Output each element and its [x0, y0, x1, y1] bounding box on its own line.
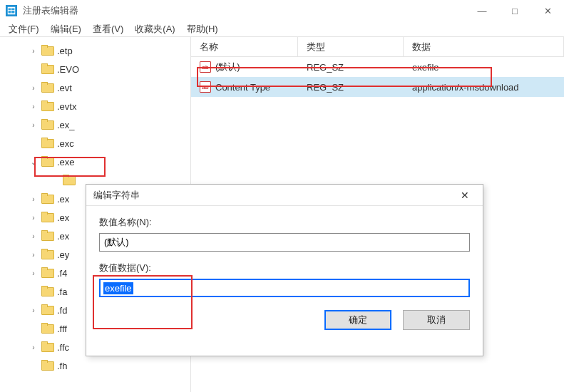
folder-icon [63, 175, 76, 186]
chevron-right-icon[interactable]: › [29, 84, 39, 92]
tree-item-label: .fa [57, 287, 67, 297]
tree-item-label: .ex [57, 194, 69, 205]
value-name-field[interactable]: (默认) [99, 233, 470, 252]
tree-item[interactable]: ›.ex_ [0, 115, 190, 134]
col-name[interactable]: 名称 [191, 37, 298, 56]
string-value-icon: ab [200, 61, 211, 73]
folder-icon [41, 45, 54, 56]
menu-help[interactable]: 帮助(H) [181, 21, 224, 36]
minimize-button[interactable]: — [466, 0, 498, 21]
tree-item[interactable]: ›.etp [0, 41, 190, 60]
menu-bar: 文件(F) 编辑(E) 查看(V) 收藏夹(A) 帮助(H) [0, 21, 564, 37]
tree-item-label: .fff [57, 324, 67, 334]
tree-item[interactable]: ›.evt [0, 78, 190, 97]
dialog-title-bar[interactable]: 编辑字符串 ✕ [86, 185, 483, 206]
tree-item-label: .fh [57, 361, 67, 371]
folder-icon [41, 119, 54, 130]
title-bar: 注册表编辑器 — □ ✕ [0, 0, 564, 21]
folder-icon [41, 304, 54, 316]
value-type: REG_SZ [298, 82, 404, 93]
tree-item[interactable]: ›.evtx [0, 97, 190, 115]
tree-item-label: .exc [57, 138, 74, 149]
tree-item-label: .evt [57, 83, 72, 93]
tree-item-label: .ffc [57, 342, 69, 353]
chevron-right-icon[interactable]: › [29, 121, 39, 129]
dialog-title: 编辑字符串 [93, 189, 454, 202]
chevron-right-icon[interactable]: › [29, 232, 39, 240]
folder-icon [41, 138, 54, 149]
tree-item-label: .fd [57, 305, 67, 316]
app-icon [6, 5, 17, 16]
tree-item-label: .evtx [57, 101, 76, 112]
folder-icon [41, 63, 54, 75]
value-data: application/x-msdownload [404, 82, 564, 93]
tree-item[interactable]: .fh [0, 356, 190, 375]
chevron-right-icon[interactable]: › [29, 214, 39, 222]
edit-string-dialog: 编辑字符串 ✕ 数值名称(N): (默认) 数值数据(V): exefile 确… [86, 184, 483, 356]
ok-button[interactable]: 确定 [324, 310, 391, 330]
col-type[interactable]: 类型 [298, 37, 404, 56]
window-title: 注册表编辑器 [23, 4, 466, 17]
tree-item-label: .ex_ [57, 120, 75, 130]
folder-icon [41, 230, 54, 242]
tree-item-label: .exe [57, 157, 75, 167]
menu-view[interactable]: 查看(V) [87, 21, 129, 36]
folder-icon [41, 156, 54, 167]
svg-rect-1 [9, 9, 11, 11]
chevron-right-icon[interactable]: › [29, 103, 39, 110]
close-button[interactable]: ✕ [531, 0, 564, 21]
chevron-right-icon[interactable]: › [29, 251, 39, 259]
value-data: exefile [404, 62, 564, 73]
dialog-close-button[interactable]: ✕ [454, 190, 476, 201]
col-data[interactable]: 数据 [404, 37, 564, 56]
folder-icon [41, 267, 54, 279]
tree-item-label: .ex [57, 231, 69, 242]
chevron-right-icon[interactable]: › [29, 306, 39, 314]
tree-item-label: .ex [57, 212, 69, 223]
table-row[interactable]: abContent TypeREG_SZapplication/x-msdown… [191, 77, 564, 97]
chevron-right-icon[interactable]: › [29, 344, 39, 351]
value-data-label: 数值数据(V): [99, 262, 470, 274]
list-header: 名称 类型 数据 [191, 37, 564, 57]
svg-rect-2 [11, 9, 14, 11]
tree-item[interactable]: ⌄.exe [0, 153, 190, 171]
folder-icon [41, 286, 54, 297]
value-type: REG_SZ [298, 62, 404, 73]
tree-item-label: .EVO [57, 64, 79, 75]
chevron-right-icon[interactable]: › [29, 269, 39, 277]
maximize-button[interactable]: □ [498, 0, 531, 21]
folder-icon [41, 82, 54, 93]
tree-item[interactable]: .exc [0, 134, 190, 153]
folder-icon [41, 341, 54, 353]
value-name: Content Type [215, 82, 270, 93]
value-name: (默认) [215, 61, 240, 73]
string-value-icon: ab [200, 81, 211, 93]
tree-item-label: .etp [57, 46, 73, 56]
menu-file[interactable]: 文件(F) [3, 21, 45, 36]
folder-icon [41, 249, 54, 260]
folder-icon [41, 323, 54, 334]
svg-rect-4 [11, 11, 14, 14]
svg-rect-3 [9, 11, 11, 14]
folder-icon [41, 360, 54, 371]
chevron-right-icon[interactable]: › [29, 195, 39, 203]
tree-item-label: .f4 [57, 268, 67, 279]
menu-favorites[interactable]: 收藏夹(A) [129, 21, 180, 36]
menu-edit[interactable]: 编辑(E) [45, 21, 87, 36]
value-data-input[interactable]: exefile [99, 279, 470, 297]
value-name-label: 数值名称(N): [99, 216, 470, 229]
cancel-button[interactable]: 取消 [403, 310, 470, 330]
chevron-down-icon[interactable]: ⌄ [29, 158, 39, 166]
value-data-selected-text: exefile [103, 282, 133, 294]
folder-icon [41, 212, 54, 223]
folder-icon [41, 100, 54, 112]
table-row[interactable]: ab(默认)REG_SZexefile [191, 57, 564, 77]
tree-item[interactable]: .EVO [0, 60, 190, 78]
chevron-right-icon[interactable]: › [29, 47, 39, 55]
folder-icon [41, 193, 54, 205]
tree-item-label: .ey [57, 249, 69, 260]
